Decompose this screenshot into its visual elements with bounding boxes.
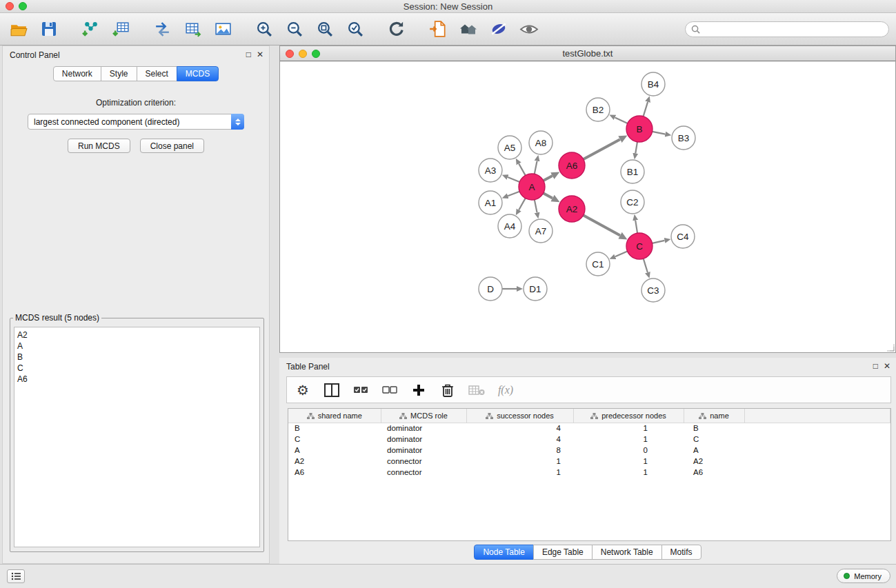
network-minimize-button[interactable] [299,50,307,58]
zoom-in-button[interactable] [254,19,275,39]
delete-table-button[interactable] [468,381,486,399]
import-network-button[interactable] [80,19,101,39]
tab-mcds[interactable]: MCDS [177,66,219,81]
graph-edge-C-C2[interactable] [635,221,637,234]
graph-edge-A-A5[interactable] [519,164,526,176]
graph-node-A4[interactable]: A4 [498,214,521,238]
graph-node-D[interactable]: D [479,277,502,301]
table-row[interactable]: A6connector11A6 [288,467,890,478]
table-settings-button[interactable]: ⚙ [294,381,312,399]
graph-node-D1[interactable]: D1 [524,277,547,301]
column-header-shared-name[interactable]: shared name [288,409,381,423]
graph-edge-A-A2[interactable] [544,193,552,198]
import-table-button[interactable] [110,19,131,39]
export-table-button[interactable] [182,19,203,39]
graph-node-C1[interactable]: C1 [586,252,610,276]
window-close-button[interactable] [6,2,14,10]
graph-edge-A-A7[interactable] [535,200,537,213]
function-builder-button[interactable]: f(x) [497,381,515,399]
tab-network[interactable]: Network [53,66,101,81]
graph-edge-B-B4[interactable] [644,102,648,116]
graph-node-A3[interactable]: A3 [479,159,502,182]
table-row[interactable]: Adominator80A [288,445,890,456]
tab-network-table[interactable]: Network Table [592,545,662,560]
float-table-panel-icon[interactable]: □ [873,361,878,371]
result-item[interactable]: B [17,352,259,363]
graph-edge-A-A1[interactable] [508,192,519,196]
column-header-name[interactable]: name [684,409,744,423]
select-all-button[interactable] [352,381,370,399]
graph-node-B2[interactable]: B2 [586,98,610,121]
graph-edge-B-B1[interactable] [635,142,637,154]
apply-layout-button[interactable] [386,19,407,39]
graph-node-A6[interactable]: A6 [559,152,585,179]
first-neighbors-button[interactable] [458,19,479,39]
graph-node-A2[interactable]: A2 [559,196,585,222]
graph-node-A[interactable]: A [519,174,545,200]
window-zoom-button[interactable] [19,2,27,10]
graph-edge-C-C1[interactable] [615,252,628,257]
float-panel-icon[interactable]: □ [246,50,251,59]
graph-node-A8[interactable]: A8 [529,131,552,154]
graph-node-B[interactable]: B [626,116,653,142]
graph-node-C2[interactable]: C2 [621,190,644,214]
graph-edge-A-A8[interactable] [535,161,537,174]
export-image-button[interactable] [212,19,233,39]
network-window-titlebar[interactable]: testGlobe.txt [280,46,895,61]
export-network-button[interactable] [152,19,172,39]
criterion-dropdown[interactable]: largest connected component (directed) [28,114,244,130]
tab-node-table[interactable]: Node Table [474,545,534,560]
column-header-predecessor-nodes[interactable]: predecessor nodes [573,409,684,423]
result-item[interactable]: A [17,341,259,352]
resize-grip[interactable] [886,343,895,352]
network-close-button[interactable] [286,50,294,58]
column-header-MCDS-role[interactable]: MCDS role [381,409,466,423]
task-history-button[interactable] [7,569,25,583]
graph-node-A1[interactable]: A1 [479,191,502,214]
deselect-all-button[interactable] [381,381,399,399]
column-selector-button[interactable] [323,381,341,399]
graph-edge-A6-B[interactable] [584,139,620,159]
table-row[interactable]: Cdominator41C [288,434,890,445]
graphics-details-button[interactable] [488,19,509,39]
tab-style[interactable]: Style [101,66,137,81]
table-row[interactable]: Bdominator41B [288,423,890,434]
tab-edge-table[interactable]: Edge Table [533,545,593,560]
search-input[interactable] [704,25,883,34]
result-item[interactable]: C [17,363,259,374]
graph-node-B4[interactable]: B4 [641,72,665,96]
graph-edge-A-A3[interactable] [508,177,519,182]
close-panel-icon[interactable]: ✕ [257,50,263,59]
close-panel-button[interactable]: Close panel [140,139,204,153]
graph-node-C3[interactable]: C3 [641,278,665,302]
graph-edge-A-A6[interactable] [544,176,552,181]
search-box[interactable] [685,21,889,37]
graph-edge-C-C4[interactable] [653,241,665,243]
graph-edge-B-B3[interactable] [653,132,666,134]
bird-eye-view-button[interactable] [519,19,539,39]
close-table-panel-icon[interactable]: ✕ [884,361,890,371]
network-file-button[interactable] [428,19,448,39]
graph-node-A7[interactable]: A7 [529,219,552,243]
graph-edge-A2-C[interactable] [584,215,620,235]
graph-node-C[interactable]: C [626,233,653,259]
table-row[interactable]: A2connector11A2 [288,456,890,467]
zoom-selected-button[interactable] [345,19,366,39]
graph-node-B3[interactable]: B3 [672,126,695,150]
network-graph[interactable]: B4B2BB3A5A8A6B1A3AC2A1A2A4A7C4CC1C3DD1 [280,61,895,352]
graph-edge-C-C3[interactable] [644,258,648,272]
add-column-button[interactable] [410,381,428,399]
tab-motifs[interactable]: Motifs [661,545,701,560]
memory-button[interactable]: Memory [837,569,890,583]
save-session-button[interactable] [39,19,59,39]
graph-node-A5[interactable]: A5 [498,136,521,159]
network-canvas[interactable]: B4B2BB3A5A8A6B1A3AC2A1A2A4A7C4CC1C3DD1 [280,61,895,352]
graph-edge-A-A4[interactable] [519,199,526,210]
zoom-out-button[interactable] [284,19,305,39]
run-mcds-button[interactable]: Run MCDS [68,139,130,153]
graph-edge-B-B2[interactable] [615,117,628,123]
tab-select[interactable]: Select [137,66,177,81]
graph-node-B1[interactable]: B1 [621,160,644,183]
result-item[interactable]: A6 [17,374,259,385]
open-session-button[interactable] [8,19,29,39]
